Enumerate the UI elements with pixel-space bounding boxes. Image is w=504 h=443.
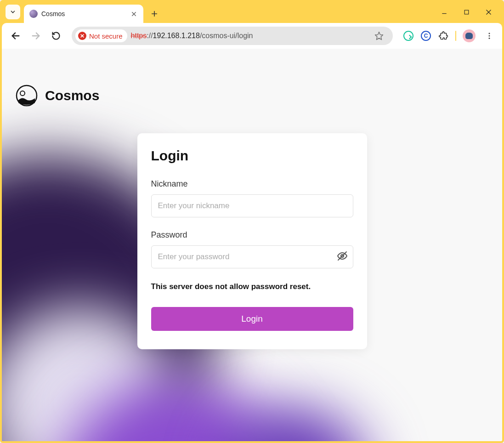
security-label: Not secure [89, 32, 123, 40]
password-input[interactable] [151, 245, 353, 268]
brand-name: Cosmos [45, 88, 99, 103]
bookmark-star-button[interactable] [371, 28, 387, 44]
window-maximize-button[interactable] [456, 5, 476, 19]
nickname-label: Nickname [151, 179, 353, 189]
svg-rect-5 [464, 10, 469, 14]
tab-search-dropdown[interactable] [6, 5, 20, 19]
url-path: /cosmos-ui/login [200, 32, 253, 40]
nav-reload-button[interactable] [48, 28, 64, 44]
password-reset-notice: This server does not allow password rese… [151, 282, 353, 291]
nav-back-button[interactable] [7, 28, 24, 44]
window-controls [434, 5, 498, 19]
login-title: Login [151, 148, 353, 164]
url-host: 192.168.1.218 [153, 32, 200, 40]
cosmos-logo-icon [16, 85, 38, 107]
not-secure-icon [78, 32, 86, 40]
address-bar[interactable]: Not secure https://192.168.1.218/cosmos-… [72, 27, 393, 45]
browser-tab[interactable]: Cosmos [24, 5, 143, 23]
extension-c-icon[interactable]: C [420, 30, 431, 41]
new-tab-button[interactable] [147, 6, 162, 21]
browser-toolbar: Not secure https://192.168.1.218/cosmos-… [2, 23, 502, 49]
profile-avatar-button[interactable] [463, 29, 476, 42]
tab-close-button[interactable] [130, 10, 138, 18]
toolbar-right-icons: C [403, 28, 497, 43]
nav-forward-button[interactable] [28, 28, 44, 44]
tab-strip: Cosmos [0, 0, 504, 23]
tab-title: Cosmos [41, 10, 126, 17]
svg-point-15 [489, 38, 490, 39]
password-label: Password [151, 230, 353, 240]
page-viewport: Cosmos Login Nickname Password This serv… [0, 49, 504, 443]
login-submit-button[interactable]: Login [151, 307, 353, 331]
svg-marker-12 [375, 32, 383, 40]
tab-favicon-icon [29, 10, 38, 18]
window-minimize-button[interactable] [434, 5, 454, 19]
url-scheme: https [131, 32, 147, 40]
svg-point-17 [20, 91, 25, 96]
nickname-field-group: Nickname [151, 179, 353, 217]
browser-chrome: Cosmos [0, 0, 504, 49]
toolbar-separator [455, 31, 456, 41]
svg-point-14 [489, 35, 490, 37]
extensions-button[interactable] [438, 30, 449, 41]
grammarly-extension-icon[interactable] [403, 30, 414, 41]
login-card: Login Nickname Password This server does… [137, 133, 367, 349]
nickname-input[interactable] [151, 194, 353, 217]
browser-menu-button[interactable] [482, 28, 497, 43]
password-field-group: Password [151, 230, 353, 268]
svg-point-13 [489, 33, 490, 34]
toggle-password-visibility-icon[interactable] [337, 250, 348, 263]
brand-header: Cosmos [2, 49, 502, 107]
security-chip[interactable]: Not secure [75, 29, 127, 42]
url-text: https://192.168.1.218/cosmos-ui/login [131, 32, 253, 40]
window-close-button[interactable] [478, 5, 498, 19]
